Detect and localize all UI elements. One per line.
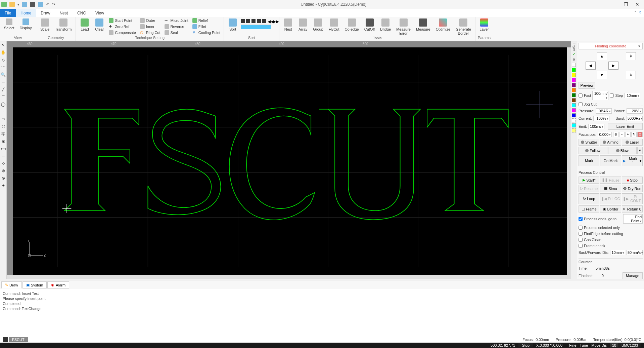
tab-file[interactable]: File bbox=[0, 9, 16, 17]
sort-icon-5[interactable] bbox=[262, 19, 266, 23]
sort-icon-3[interactable] bbox=[251, 19, 256, 23]
inner-button[interactable]: Inner bbox=[139, 24, 162, 29]
clear-button[interactable]: Clear bbox=[93, 18, 106, 32]
process-ends-checkbox[interactable] bbox=[579, 217, 583, 221]
gas-clean-checkbox[interactable] bbox=[579, 238, 583, 242]
layer-close-icon[interactable]: ✕ bbox=[572, 57, 576, 62]
scale-button[interactable]: Scale bbox=[38, 18, 52, 32]
sort-button[interactable]: Sort bbox=[226, 18, 239, 32]
tool-select[interactable]: ↖ bbox=[1, 43, 6, 48]
zero-ref-button[interactable]: ✚Zero Ref bbox=[107, 24, 137, 29]
tool-measure[interactable]: ⟷ bbox=[1, 146, 6, 152]
close-icon[interactable]: ✕ bbox=[635, 2, 640, 7]
layer-swatch[interactable] bbox=[572, 73, 576, 77]
jog-cut-more[interactable]: ... bbox=[640, 102, 643, 106]
power-value[interactable]: 20% bbox=[627, 108, 643, 114]
focus-btn-2[interactable]: − bbox=[619, 132, 625, 137]
move-dis-input[interactable] bbox=[610, 343, 618, 347]
jog-z-up[interactable]: ⇞ bbox=[626, 52, 636, 60]
tab-view[interactable]: View bbox=[91, 9, 109, 17]
sort-slider[interactable] bbox=[241, 25, 271, 29]
undo-icon[interactable]: ↶ bbox=[46, 2, 49, 7]
layer-swatch[interactable] bbox=[572, 63, 576, 67]
floppy-icon[interactable] bbox=[38, 2, 43, 7]
dropdown-icon[interactable]: ▾ bbox=[17, 3, 19, 6]
step-value[interactable]: 10mm bbox=[624, 93, 640, 98]
pt-cont-button[interactable]: ❚▶ Pt CONT bbox=[622, 193, 643, 204]
loop-button[interactable]: ↻ Loop bbox=[579, 193, 599, 204]
focus-value[interactable]: 0.000 bbox=[598, 132, 612, 137]
aiming-button[interactable]: Aiming bbox=[600, 139, 621, 146]
layer-swatch[interactable] bbox=[572, 88, 576, 92]
micro-joint-button[interactable]: ⊸Micro Joint bbox=[163, 18, 190, 23]
layer-check-icon[interactable]: ✓ bbox=[572, 52, 576, 56]
tool-snap1[interactable]: ⊹ bbox=[1, 161, 6, 166]
tab-home[interactable]: Home bbox=[16, 9, 36, 17]
dry-run-button[interactable]: ⭗ Dry Run bbox=[622, 185, 643, 192]
sort-next-icon[interactable]: ▶▶ bbox=[273, 19, 277, 23]
lead-button[interactable]: Lead bbox=[78, 18, 91, 32]
mark-button[interactable]: Mark bbox=[579, 155, 599, 166]
layer-swatch[interactable] bbox=[572, 123, 576, 127]
coedge-button[interactable]: Co-edge bbox=[343, 18, 361, 32]
tab-cnc[interactable]: CNC bbox=[73, 9, 91, 17]
layer-swatch[interactable] bbox=[572, 78, 576, 82]
fillet-button[interactable]: Fillet bbox=[191, 24, 222, 29]
tool-arc[interactable]: ⌒ bbox=[1, 94, 6, 100]
layer-swatch[interactable] bbox=[572, 108, 576, 112]
ring-cut-button[interactable]: ◎Ring Cut bbox=[139, 30, 162, 35]
seal-button[interactable]: Seal bbox=[163, 30, 190, 35]
start-button[interactable]: ▶Start* bbox=[579, 177, 599, 184]
jog-up[interactable]: ▲ bbox=[597, 52, 607, 60]
log-tab-alarm[interactable]: ◉Alarm bbox=[47, 281, 69, 288]
shutter-button[interactable]: Shutter bbox=[579, 139, 599, 146]
bf-dist[interactable]: 10mm bbox=[610, 250, 625, 255]
return0-button[interactable]: ⇤ Return 0 bbox=[622, 205, 643, 212]
simu-button[interactable]: ▦ Simu bbox=[600, 185, 621, 192]
go-mark-button[interactable]: Go Mark bbox=[600, 155, 621, 166]
cutoff-button[interactable]: CutOff bbox=[362, 18, 377, 32]
stop-button[interactable]: ■Stop bbox=[622, 177, 643, 184]
outer-button[interactable]: Outer bbox=[139, 18, 162, 23]
jog-right[interactable]: ▶ bbox=[608, 62, 618, 70]
frame-button[interactable]: ▢ Frame bbox=[579, 205, 599, 212]
focus-btn-4[interactable]: ↻ bbox=[631, 132, 637, 137]
burst-value[interactable]: 5000Hz bbox=[627, 116, 643, 121]
coord-mode-dropdown[interactable]: Floating coordinate bbox=[579, 43, 643, 49]
pt-loc-button[interactable]: ❚◀ Pt LOC bbox=[600, 193, 621, 204]
jog-z-down[interactable]: ⇟ bbox=[626, 71, 636, 79]
sort-icon-4[interactable] bbox=[257, 19, 261, 23]
transform-button[interactable]: Transform bbox=[53, 18, 74, 32]
tool-edit[interactable]: ◇ bbox=[1, 57, 6, 63]
tool-point[interactable]: · bbox=[1, 109, 6, 115]
tool-text[interactable]: 字 bbox=[1, 131, 6, 137]
scrollbar-horizontal[interactable] bbox=[7, 275, 571, 279]
mark1-dropdown[interactable]: ▶ Mark 1 ▾ bbox=[622, 155, 643, 166]
tool-snap3[interactable]: ⊗ bbox=[1, 176, 6, 181]
tool-snap4[interactable]: ✦ bbox=[1, 183, 6, 189]
tool-pan[interactable]: ✋ bbox=[1, 50, 6, 55]
flycut-button[interactable]: FlyCut bbox=[327, 18, 341, 32]
tool-special[interactable]: ◉ bbox=[1, 139, 6, 144]
bf-speed[interactable]: 50mm/s bbox=[627, 250, 643, 255]
tune-label[interactable]: Tune bbox=[580, 343, 592, 347]
open-icon[interactable] bbox=[9, 2, 15, 7]
blow-dropdown[interactable]: ▾ bbox=[637, 147, 643, 154]
collapse-ribbon-icon[interactable]: ˄ bbox=[634, 11, 636, 15]
laser-emit-button[interactable]: Laser Emit bbox=[608, 123, 643, 130]
layer-swatch[interactable] bbox=[572, 98, 576, 102]
process-selected-checkbox[interactable] bbox=[579, 226, 583, 230]
sort-icon-1[interactable] bbox=[241, 19, 245, 23]
cooling-point-button[interactable]: ❄Cooling Point bbox=[191, 30, 222, 35]
generate-border-button[interactable]: Generate Border bbox=[454, 18, 473, 36]
focus-btn-5[interactable]: ⊘ bbox=[637, 132, 643, 137]
follow-button[interactable]: Follow bbox=[579, 147, 607, 154]
pause-button[interactable]: ❚❚ Pause bbox=[600, 177, 621, 184]
select-button[interactable]: Select bbox=[2, 18, 16, 31]
fscut-tab[interactable]: FSCUT bbox=[9, 337, 28, 342]
fast-value[interactable]: 100mm/ bbox=[592, 91, 608, 100]
save-icon[interactable] bbox=[30, 2, 35, 7]
group-button[interactable]: Group bbox=[311, 18, 325, 32]
focus-btn-1[interactable]: ⊕ bbox=[613, 132, 618, 137]
minimize-icon[interactable]: — bbox=[612, 2, 617, 7]
